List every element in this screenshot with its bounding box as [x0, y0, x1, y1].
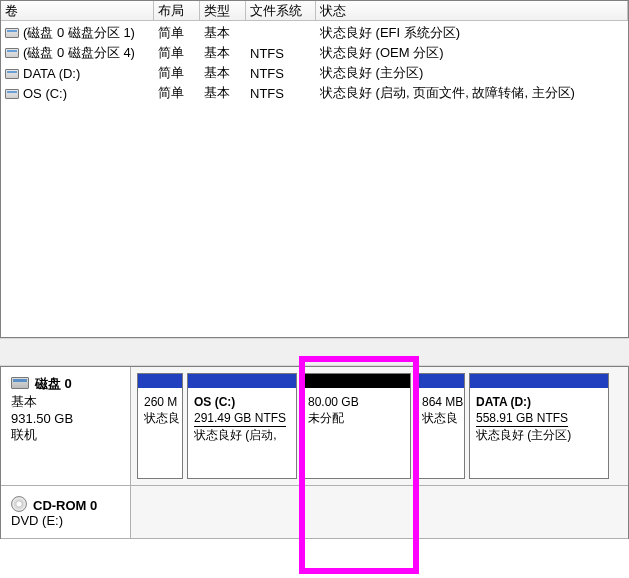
volume-name: OS (C:)	[23, 86, 67, 101]
volume-row[interactable]: OS (C:)简单基本NTFS状态良好 (启动, 页面文件, 故障转储, 主分区…	[1, 83, 628, 103]
partition-title: OS (C:)	[194, 394, 292, 410]
partition-size: 80.00 GB	[308, 394, 406, 410]
volume-filesystem: NTFS	[246, 66, 316, 81]
partition-body: 260 M状态良	[138, 388, 182, 430]
optical-drive-icon	[11, 496, 27, 512]
disk-info-line: 931.50 GB	[11, 411, 122, 426]
partition-strip	[131, 486, 628, 538]
partition-status: 状态良好 (启动,	[194, 427, 292, 443]
column-header-volume[interactable]: 卷	[1, 1, 154, 21]
volume-type: 基本	[200, 64, 246, 82]
volume-layout: 简单	[154, 24, 200, 42]
partition-color-bar	[138, 374, 182, 388]
disk-graphical-panel: 磁盘 0基本931.50 GB联机260 M状态良OS (C:)291.49 G…	[0, 366, 629, 539]
partition-color-bar	[470, 374, 608, 388]
partition-body: OS (C:)291.49 GB NTFS状态良好 (启动,	[188, 388, 296, 448]
partition-body: 80.00 GB未分配	[302, 388, 410, 430]
partition-status: 状态良好 (主分区)	[476, 427, 604, 443]
partition-box[interactable]: 864 MB状态良	[415, 373, 465, 479]
partition-color-bar	[416, 374, 464, 388]
volume-layout: 简单	[154, 84, 200, 102]
volume-filesystem: NTFS	[246, 86, 316, 101]
disk-info-line: 基本	[11, 393, 122, 411]
volume-status: 状态良好 (OEM 分区)	[316, 44, 628, 62]
disk-label[interactable]: 磁盘 0基本931.50 GB联机	[1, 367, 131, 485]
volume-layout: 简单	[154, 64, 200, 82]
volume-row[interactable]: DATA (D:)简单基本NTFS状态良好 (主分区)	[1, 63, 628, 83]
column-header-type[interactable]: 类型	[200, 1, 246, 21]
partition-status: 状态良	[422, 410, 460, 426]
partition-size: 558.91 GB NTFS	[476, 410, 604, 427]
volume-filesystem: NTFS	[246, 46, 316, 61]
disk-label[interactable]: CD-ROM 0DVD (E:)	[1, 486, 131, 538]
partition-box[interactable]: DATA (D:)558.91 GB NTFS状态良好 (主分区)	[469, 373, 609, 479]
partition-status: 未分配	[308, 410, 406, 426]
column-header-layout[interactable]: 布局	[154, 1, 200, 21]
volume-layout: 简单	[154, 44, 200, 62]
volume-icon	[5, 69, 19, 79]
partition-color-bar	[188, 374, 296, 388]
splitter[interactable]	[0, 338, 629, 366]
partition-size: 864 MB	[422, 394, 460, 410]
partition-body: DATA (D:)558.91 GB NTFS状态良好 (主分区)	[470, 388, 608, 448]
volume-type: 基本	[200, 44, 246, 62]
volume-row[interactable]: (磁盘 0 磁盘分区 1)简单基本状态良好 (EFI 系统分区)	[1, 23, 628, 43]
volume-name: (磁盘 0 磁盘分区 1)	[23, 25, 135, 40]
column-header-status[interactable]: 状态	[316, 1, 628, 21]
disk-block: 磁盘 0基本931.50 GB联机260 M状态良OS (C:)291.49 G…	[1, 367, 628, 486]
disk-info-line: DVD (E:)	[11, 513, 122, 528]
partition-size: 260 M	[144, 394, 178, 410]
disk-title: 磁盘 0	[35, 376, 72, 391]
volume-type: 基本	[200, 84, 246, 102]
volume-type: 基本	[200, 24, 246, 42]
volume-list-panel: 卷 布局 类型 文件系统 状态 (磁盘 0 磁盘分区 1)简单基本状态良好 (E…	[0, 0, 629, 338]
volume-icon	[5, 48, 19, 58]
partition-unallocated[interactable]: 80.00 GB未分配	[301, 373, 411, 479]
hard-disk-icon	[11, 377, 29, 389]
disk-info-line: 联机	[11, 426, 122, 444]
volume-icon	[5, 89, 19, 99]
volume-status: 状态良好 (启动, 页面文件, 故障转储, 主分区)	[316, 84, 628, 102]
disk-block: CD-ROM 0DVD (E:)	[1, 486, 628, 539]
partition-size: 291.49 GB NTFS	[194, 410, 292, 427]
partition-title: DATA (D:)	[476, 394, 604, 410]
partition-body: 864 MB状态良	[416, 388, 464, 430]
volume-row[interactable]: (磁盘 0 磁盘分区 4)简单基本NTFS状态良好 (OEM 分区)	[1, 43, 628, 63]
volume-name: (磁盘 0 磁盘分区 4)	[23, 45, 135, 60]
partition-box[interactable]: OS (C:)291.49 GB NTFS状态良好 (启动,	[187, 373, 297, 479]
column-header-filesystem[interactable]: 文件系统	[246, 1, 316, 21]
volume-column-headers: 卷 布局 类型 文件系统 状态	[1, 1, 628, 21]
volume-status: 状态良好 (EFI 系统分区)	[316, 24, 628, 42]
partition-status: 状态良	[144, 410, 178, 426]
partition-box[interactable]: 260 M状态良	[137, 373, 183, 479]
volume-rows: (磁盘 0 磁盘分区 1)简单基本状态良好 (EFI 系统分区)(磁盘 0 磁盘…	[1, 21, 628, 103]
volume-status: 状态良好 (主分区)	[316, 64, 628, 82]
volume-name: DATA (D:)	[23, 66, 80, 81]
volume-icon	[5, 28, 19, 38]
partition-color-bar	[302, 374, 410, 388]
partition-strip: 260 M状态良OS (C:)291.49 GB NTFS状态良好 (启动,80…	[131, 367, 628, 485]
disk-title: CD-ROM 0	[33, 498, 97, 513]
